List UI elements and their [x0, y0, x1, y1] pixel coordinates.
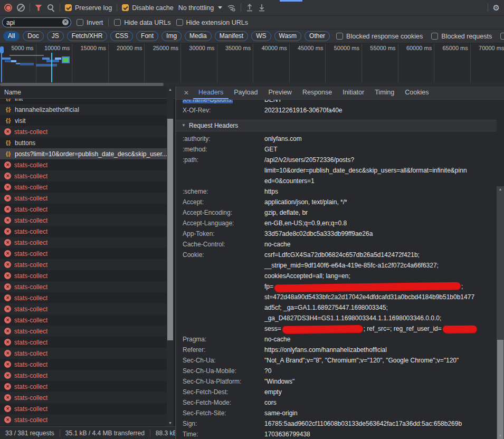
checkbox-box	[431, 33, 438, 40]
scrollbar-thumb[interactable]	[497, 340, 503, 439]
header-row: Referer:https://onlyfans.com/hannaheliza…	[176, 345, 497, 355]
request-row[interactable]: ✕stats-collect	[0, 248, 167, 259]
divider	[488, 4, 488, 12]
checkbox-label: Preserve log	[75, 4, 112, 12]
filter-pill-font[interactable]: Font	[136, 31, 158, 41]
request-row[interactable]: ✕stats-collect	[0, 182, 167, 193]
filter-checkbox-invert[interactable]: Invert	[77, 19, 103, 26]
request-list-scrollbar[interactable]: ▲ ▼	[167, 87, 174, 426]
close-icon[interactable]: ✕	[179, 87, 193, 99]
request-row[interactable]: {:}visit	[0, 115, 167, 126]
preserve-log-checkbox[interactable]: Preserve log	[65, 4, 112, 12]
import-har-icon[interactable]	[246, 4, 253, 12]
request-row[interactable]: ✕stats-collect	[0, 170, 167, 182]
filter-checkbox-blocked-requests[interactable]: Blocked requests	[431, 33, 492, 40]
scroll-up-arrow[interactable]: ▲	[167, 87, 174, 93]
scroll-up-arrow[interactable]: ▲	[497, 186, 504, 193]
filter-icon[interactable]	[35, 5, 42, 11]
header-value-text: GET	[264, 146, 278, 153]
waterfall-overview[interactable]: 5000 ms10000 ms15000 ms20000 ms25000 ms3…	[0, 43, 504, 82]
tab-preview[interactable]: Preview	[263, 87, 297, 99]
scrollbar-thumb[interactable]	[0, 83, 164, 86]
request-row[interactable]: ✕stats-collect	[0, 292, 167, 303]
filter-pill-manifest[interactable]: Manifest	[215, 31, 248, 41]
request-row[interactable]: ✕stats-collect	[0, 193, 167, 204]
tab-payload[interactable]: Payload	[229, 87, 263, 99]
header-row: Accept-Encoding:gzip, deflate, br	[176, 207, 497, 218]
header-key: Sec-Fetch-Site:	[183, 408, 264, 418]
tab-response[interactable]: Response	[297, 87, 337, 99]
filter-pill-js[interactable]: JS	[47, 31, 64, 41]
filter-checkbox-hide-data-urls[interactable]: Hide data URLs	[114, 19, 170, 26]
disable-cache-checkbox[interactable]: Disable cache	[122, 4, 174, 12]
request-row[interactable]: ✕stats-collect	[0, 370, 167, 381]
tab-initiator[interactable]: Initiator	[337, 87, 369, 99]
scroll-down-arrow[interactable]: ▼	[167, 420, 174, 426]
request-row[interactable]: ✕stats-collect	[0, 414, 167, 425]
request-name: visit	[15, 117, 26, 125]
header-value: onlyfans.com	[264, 133, 302, 144]
request-row[interactable]: ✕stats-collect	[0, 159, 167, 170]
filter-pill-fetch-xhr[interactable]: Fetch/XHR	[67, 31, 108, 41]
filter-checkbox-3rd-party-requests[interactable]: 3rd-party requests	[500, 33, 504, 40]
request-row[interactable]: ✕stats-collect	[0, 259, 167, 270]
request-row[interactable]: ✕stats-collect	[0, 381, 167, 392]
tab-headers[interactable]: Headers	[193, 87, 229, 99]
filter-pill-ws[interactable]: WS	[251, 31, 271, 41]
details-tab-bar: ✕ HeadersPayloadPreviewResponseInitiator…	[176, 87, 504, 100]
fetch-xhr-icon: {:}	[4, 140, 12, 146]
divider	[30, 4, 30, 12]
filter-pill-other[interactable]: Other	[305, 31, 330, 41]
details-scrollbar[interactable]: ▲ ▼	[497, 186, 504, 439]
filter-checkbox-hide-extension-urls[interactable]: Hide extension URLs	[176, 19, 248, 26]
filter-pill-all[interactable]: All	[3, 31, 20, 41]
header-key: :scheme:	[183, 186, 264, 197]
filter-checkbox-blocked-response-cookies[interactable]: Blocked response cookies	[336, 33, 423, 40]
filter-pill-css[interactable]: CSS	[110, 31, 133, 41]
request-row[interactable]: ✕stats-collect	[0, 215, 167, 226]
header-value-text: ?0	[264, 367, 271, 375]
request-row[interactable]: ✕stats-collect	[0, 337, 167, 348]
request-row[interactable]: ✕stats-collect	[0, 403, 167, 414]
filter-pill-media[interactable]: Media	[185, 31, 212, 41]
tab-timing[interactable]: Timing	[369, 87, 400, 99]
scroll-down-arrow[interactable]: ▼	[497, 433, 504, 439]
request-row[interactable]: ✕stats-collect	[0, 359, 167, 370]
request-row[interactable]: {:}hannahelizabethofficial	[0, 104, 167, 115]
scrollbar-thumb[interactable]	[167, 119, 173, 340]
record-button[interactable]	[4, 4, 12, 12]
request-row[interactable]: ✕stats-collect	[0, 348, 167, 359]
name-column-header[interactable]: Name	[0, 87, 175, 99]
filter-input[interactable]	[2, 17, 71, 27]
request-row[interactable]: ✕stats-collect	[0, 314, 167, 326]
request-name: stats-collect	[14, 272, 47, 280]
request-row[interactable]: {:}init	[0, 99, 167, 104]
request-row[interactable]: ✕stats-collect	[0, 392, 167, 403]
clear-button[interactable]	[17, 4, 25, 12]
request-row[interactable]: {:}posts?limit=10&order=publish_date_des…	[0, 148, 167, 159]
devtools-network-panel: Preserve log Disable cache No throttling	[0, 0, 504, 439]
request-row[interactable]: {:}buttons	[0, 137, 167, 148]
request-row[interactable]: ✕stats-collect	[0, 303, 167, 314]
request-row[interactable]: ✕stats-collect	[0, 237, 167, 248]
throttling-dropdown[interactable]: No throttling	[178, 4, 222, 12]
request-row[interactable]: ✕stats-collect	[0, 204, 167, 215]
request-row[interactable]: ✕stats-collect	[0, 126, 167, 137]
filter-pill-doc[interactable]: Doc	[23, 31, 43, 41]
request-row[interactable]: ✕stats-collect	[0, 281, 167, 292]
network-conditions-icon[interactable]	[227, 4, 236, 12]
request-row[interactable]: ✕stats-collect	[0, 270, 167, 281]
header-value-text: ed=0&counters=1	[264, 177, 315, 185]
tab-cookies[interactable]: Cookies	[400, 87, 434, 99]
header-value-line: csrf=LdfcGX4Sa72db06824c657db26a5d142472…	[264, 250, 478, 260]
export-har-icon[interactable]	[258, 4, 265, 12]
request-headers-section-header[interactable]: ▼Request Headers	[176, 120, 497, 131]
request-row[interactable]: ✕stats-collect	[0, 226, 167, 237]
filter-pill-wasm[interactable]: Wasm	[274, 31, 302, 41]
header-value: "Not_A Brand";v="8", "Chromium";v="120",…	[264, 355, 459, 366]
settings-gear-icon[interactable]: ⚙	[493, 4, 500, 12]
header-kv: :path:/api2/v2/users/20572336/posts?limi…	[176, 155, 497, 186]
search-icon[interactable]	[47, 4, 55, 12]
request-row[interactable]: ✕stats-collect	[0, 326, 167, 337]
filter-pill-img[interactable]: Img	[161, 31, 182, 41]
